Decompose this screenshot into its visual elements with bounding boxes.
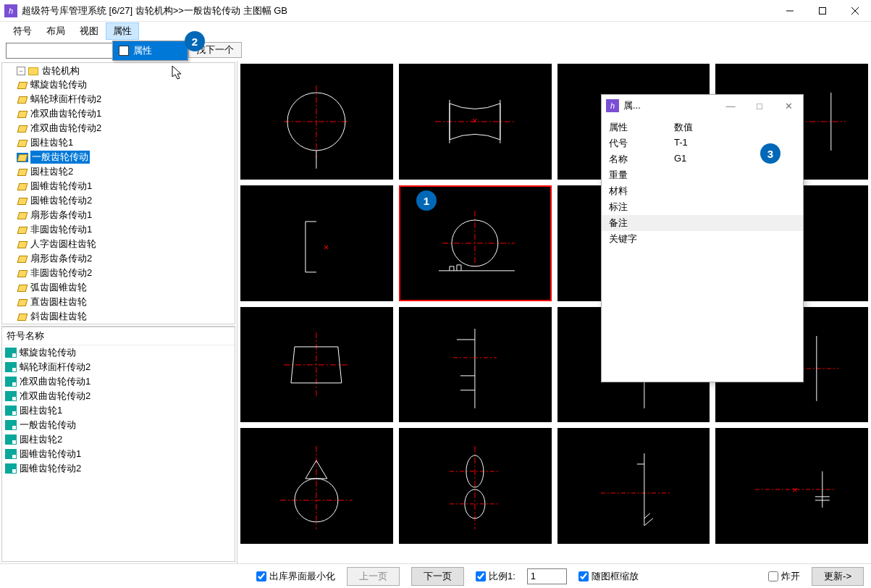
- search-row: 属性 找下一个: [0, 41, 871, 61]
- thumbnail[interactable]: [240, 428, 393, 544]
- properties-panel[interactable]: h 属... — □ ✕ 属性 数值 代号T-1名称G1重量材料标注备注关键字: [601, 94, 804, 382]
- tree-item[interactable]: 蜗轮球面杆传动2: [17, 92, 235, 106]
- tree-item[interactable]: 斜齿圆柱齿轮: [17, 309, 235, 324]
- next-page-button[interactable]: 下一页: [411, 567, 464, 586]
- close-button[interactable]: [838, 0, 871, 22]
- minimize-on-export-checkbox[interactable]: 出库界面最小化: [256, 570, 335, 583]
- search-input[interactable]: [6, 43, 114, 59]
- symbol-icon: [5, 406, 17, 416]
- symbol-icon: [17, 240, 28, 249]
- menu-item-3[interactable]: 属性: [106, 22, 139, 40]
- tree-item[interactable]: 弧齿圆锥齿轮: [17, 280, 235, 295]
- tree-item[interactable]: 螺旋齿轮传动: [17, 77, 235, 92]
- symbol-icon: [17, 225, 28, 235]
- symbol-icon: [17, 153, 28, 162]
- tree-root[interactable]: − 齿轮机构 螺旋齿轮传动蜗轮球面杆传动2准双曲齿轮传动1准双曲齿轮传动2圆柱齿…: [17, 64, 235, 324]
- tree-item[interactable]: 扇形齿条传动2: [17, 251, 235, 266]
- symbol-tree[interactable]: − 齿轮机构 螺旋齿轮传动蜗轮球面杆传动2准双曲齿轮传动1准双曲齿轮传动2圆柱齿…: [1, 62, 235, 324]
- panel-maximize-button[interactable]: □: [745, 95, 774, 117]
- symbol-icon: [17, 167, 28, 177]
- symbol-icon: [17, 211, 28, 220]
- tree-item[interactable]: 圆柱齿轮1: [17, 135, 235, 150]
- tree-item[interactable]: 非圆齿轮传动2: [17, 266, 235, 280]
- fit-frame-checkbox[interactable]: 随图框缩放: [578, 570, 639, 583]
- list-item[interactable]: 圆锥齿轮传动2: [2, 461, 235, 476]
- property-row[interactable]: 重量: [602, 167, 803, 183]
- list-item[interactable]: 圆锥齿轮传动1: [2, 447, 235, 461]
- maximize-button[interactable]: [806, 0, 838, 22]
- update-button[interactable]: 更新->: [812, 567, 864, 586]
- panel-close-button[interactable]: ✕: [774, 95, 803, 117]
- tree-item[interactable]: 一般齿轮传动: [17, 150, 235, 164]
- properties-titlebar[interactable]: h 属... — □ ✕: [602, 95, 803, 117]
- property-row[interactable]: 标注: [602, 199, 803, 215]
- property-row[interactable]: 备注: [602, 215, 803, 231]
- svg-rect-1: [819, 7, 825, 14]
- tree-item[interactable]: 准双曲齿轮传动1: [17, 106, 235, 121]
- symbol-icon: [17, 283, 28, 293]
- list-item[interactable]: 蜗轮球面杆传动2: [2, 360, 235, 374]
- thumbnail[interactable]: [399, 307, 552, 423]
- symbol-icon: [17, 109, 28, 119]
- svg-text:×: ×: [792, 484, 798, 495]
- list-item[interactable]: 圆柱齿轮1: [2, 403, 235, 418]
- tree-item[interactable]: 圆锥齿轮传动1: [17, 179, 235, 193]
- thumbnail[interactable]: [399, 428, 552, 544]
- property-row[interactable]: 关键字: [602, 231, 803, 247]
- list-item[interactable]: 螺旋齿轮传动: [2, 345, 235, 360]
- symbol-icon: [5, 377, 17, 387]
- symbol-icon: [17, 254, 28, 264]
- symbol-icon: [5, 463, 17, 474]
- footer-toolbar: 出库界面最小化 上一页 下一页 比例1: 随图框缩放 炸开 更新->: [0, 563, 871, 588]
- dropdown-item-properties[interactable]: 属性: [113, 41, 188, 60]
- properties-title: 属...: [623, 99, 716, 112]
- symbol-icon: [17, 124, 28, 133]
- symbol-icon: [5, 420, 17, 430]
- ratio-checkbox[interactable]: 比例1:: [476, 570, 516, 583]
- symbol-icon: [5, 348, 17, 358]
- symbol-icon: [17, 80, 28, 90]
- symbol-icon: [5, 434, 17, 445]
- panel-minimize-button[interactable]: —: [716, 95, 745, 117]
- props-header-row: 属性 数值: [602, 119, 803, 135]
- thumbnail[interactable]: ×: [240, 185, 393, 301]
- list-item[interactable]: 圆柱齿轮2: [2, 432, 235, 447]
- menu-item-0[interactable]: 符号: [6, 22, 39, 40]
- tree-item[interactable]: 挠性齿轮: [17, 324, 235, 324]
- thumbnail[interactable]: ×: [715, 428, 868, 544]
- list-header: 符号名称: [2, 327, 235, 345]
- list-item[interactable]: 一般齿轮传动: [2, 418, 235, 432]
- symbol-icon: [17, 269, 28, 278]
- app-icon: h: [606, 99, 619, 112]
- menu-item-1[interactable]: 布局: [39, 22, 72, 40]
- callout-1: 1: [416, 190, 437, 211]
- tree-item[interactable]: 直齿圆柱齿轮: [17, 295, 235, 309]
- thumbnail[interactable]: [557, 428, 710, 544]
- collapse-icon[interactable]: −: [17, 67, 25, 75]
- tree-item[interactable]: 准双曲齿轮传动2: [17, 121, 235, 135]
- explode-checkbox[interactable]: 炸开: [768, 570, 800, 583]
- minimize-button[interactable]: [773, 0, 806, 22]
- thumbnail[interactable]: ×: [399, 64, 552, 180]
- tree-item[interactable]: 圆锥齿轮传动2: [17, 193, 235, 208]
- list-item[interactable]: 准双曲齿轮传动2: [2, 389, 235, 403]
- callout-2: 2: [185, 31, 205, 51]
- tree-item[interactable]: 人字齿圆柱齿轮: [17, 237, 235, 251]
- window-title: 超级符号库管理系统 [6/27] 齿轮机构>>一般齿轮传动 主图幅 GB: [22, 4, 773, 17]
- list-item[interactable]: 准双曲齿轮传动1: [2, 374, 235, 389]
- symbol-icon: [17, 312, 28, 322]
- menubar: 符号布局视图属性: [0, 22, 871, 41]
- prev-page-button[interactable]: 上一页: [347, 567, 400, 586]
- left-panel: − 齿轮机构 螺旋齿轮传动蜗轮球面杆传动2准双曲齿轮传动1准双曲齿轮传动2圆柱齿…: [0, 61, 237, 563]
- thumbnail[interactable]: [240, 64, 393, 180]
- thumbnail[interactable]: [240, 307, 393, 423]
- tree-item[interactable]: 非圆齿轮传动1: [17, 222, 235, 237]
- menu-item-2[interactable]: 视图: [72, 22, 106, 40]
- symbol-list[interactable]: 符号名称 螺旋齿轮传动蜗轮球面杆传动2准双曲齿轮传动1准双曲齿轮传动2圆柱齿轮1…: [1, 326, 235, 562]
- tree-item[interactable]: 扇形齿条传动1: [17, 208, 235, 222]
- property-row[interactable]: 材料: [602, 183, 803, 199]
- tree-item[interactable]: 圆柱齿轮2: [17, 164, 235, 179]
- symbol-icon: [5, 362, 17, 372]
- callout-3: 3: [760, 143, 780, 164]
- ratio-input[interactable]: [527, 568, 567, 584]
